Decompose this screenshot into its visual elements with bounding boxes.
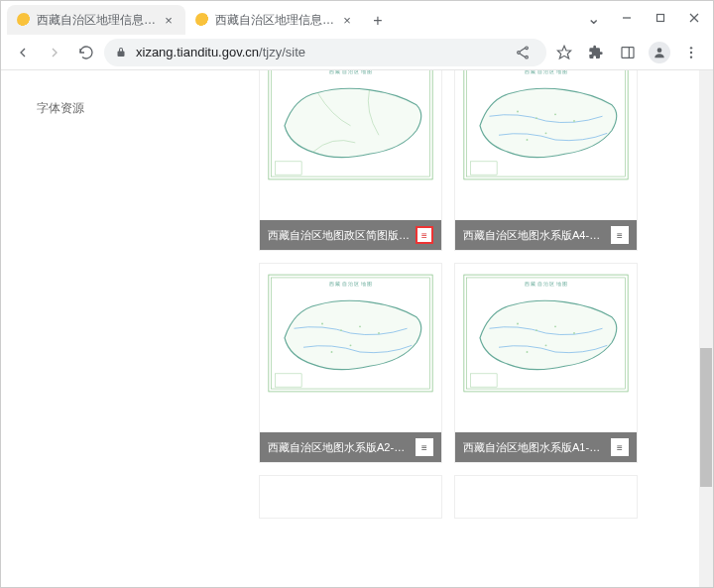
card-label: 西藏自治区地图水系版A4-制图资源 ≡ [455,220,637,250]
close-window-button[interactable] [677,3,711,33]
svg-rect-1 [657,15,664,22]
card-title: 西藏自治区地图政区简图版A1-制图 [268,228,412,243]
svg-rect-46 [471,374,498,387]
extensions-icon[interactable] [582,39,610,66]
browser-tab-0[interactable]: 西藏自治区地理信息公共服务平 × [7,5,185,35]
download-icon[interactable]: ≡ [416,438,433,456]
window-titlebar: 西藏自治区地理信息公共服务平 × 西藏自治区地理信息公共服务平 × + ⌄ [1,1,713,35]
map-card-placeholder[interactable] [454,475,638,519]
map-card[interactable]: 西 藏 自 治 区 地 图 西藏自治区地图水系版A1-制图资源 ≡ [454,263,638,463]
svg-point-44 [545,344,547,346]
avatar [649,42,670,63]
svg-text:西 藏 自 治 区 地 图: 西 藏 自 治 区 地 图 [329,281,372,287]
map-thumbnail: 西 藏 自 治 区 地 图 [260,70,441,190]
svg-point-30 [321,323,323,325]
map-thumbnail: 西 藏 自 治 区 地 图 [260,264,441,403]
map-thumbnail: 西 藏 自 治 区 地 图 [455,264,637,403]
svg-point-31 [340,329,342,331]
svg-point-34 [350,344,352,346]
svg-point-12 [690,51,692,53]
scrollbar-thumb[interactable] [700,348,712,487]
lock-icon [114,46,128,59]
card-title: 西藏自治区地图水系版A1-制图资源 [463,440,607,455]
map-thumbnail [455,476,637,518]
svg-rect-26 [471,162,498,175]
card-title: 西藏自治区地图水系版A2-制图资源 [268,440,412,455]
browser-tabs: 西藏自治区地理信息公共服务平 × 西藏自治区地理信息公共服务平 × + [1,1,576,35]
svg-point-6 [526,56,529,59]
minimize-button[interactable] [610,3,644,33]
map-thumbnail: 西 藏 自 治 区 地 图 [455,70,637,190]
profile-button[interactable] [646,39,673,66]
map-card[interactable]: 西 藏 自 治 区 地 图 西藏自治区地图水系版A2-制图资源 ≡ [259,263,442,463]
card-label: 西藏自治区地图水系版A2-制图资源 ≡ [260,432,441,462]
back-button[interactable] [9,39,37,66]
map-title: 西 藏 自 治 区 地 图 [329,70,372,74]
svg-point-13 [690,56,692,58]
address-bar[interactable]: xizang.tianditu.gov.cn/tjzy/site [104,39,546,66]
sidebar: 字体资源 [1,70,120,588]
address-text: xizang.tianditu.gov.cn/tjzy/site [136,45,501,59]
tab-close-icon[interactable]: × [162,13,176,27]
tab-favicon [195,13,209,27]
card-label: 西藏自治区地图水系版A1-制图资源 ≡ [455,432,637,462]
svg-point-24 [545,132,547,134]
svg-point-35 [331,351,333,353]
svg-point-45 [527,351,529,353]
svg-point-4 [518,51,521,54]
side-panel-icon[interactable] [614,39,642,66]
svg-rect-8 [622,47,634,58]
card-gap [260,403,441,432]
vertical-scrollbar[interactable] [699,70,713,588]
download-icon[interactable]: ≡ [416,226,433,244]
browser-toolbar: xizang.tianditu.gov.cn/tjzy/site [1,35,713,70]
share-icon[interactable] [509,39,536,66]
card-gap [455,403,637,432]
card-label: 西藏自治区地图政区简图版A1-制图 ≡ [260,220,441,250]
bookmark-icon[interactable] [550,39,578,66]
download-icon[interactable]: ≡ [611,438,629,456]
svg-point-20 [517,111,519,113]
tab-title: 西藏自治区地理信息公共服务平 [37,12,156,29]
card-gap [455,190,637,220]
map-thumbnail [260,476,441,518]
svg-point-10 [657,48,662,53]
map-card[interactable]: 西 藏 自 治 区 地 图 西藏自治区地图政区简图版A1-制图 ≡ [259,70,442,251]
map-card-placeholder[interactable] [259,475,442,519]
window-controls: ⌄ [576,3,713,33]
page-content: 字体资源 西 藏 自 治 区 地 图 西藏自治区地图政区简图版A1-制图 ≡ [1,70,713,588]
tab-title: 西藏自治区地理信息公共服务平 [215,12,334,29]
svg-text:西 藏 自 治 区 地 图: 西 藏 自 治 区 地 图 [525,281,567,287]
svg-rect-36 [276,374,302,387]
svg-marker-7 [557,46,570,59]
map-grid: 西 藏 自 治 区 地 图 西藏自治区地图政区简图版A1-制图 ≡ 西 藏 自 … [259,70,655,530]
svg-point-43 [573,332,575,334]
card-gap [260,190,441,220]
reload-button[interactable] [72,39,100,66]
tab-close-icon[interactable]: × [340,13,354,27]
menu-button[interactable] [677,39,705,66]
svg-point-40 [517,323,519,325]
new-tab-button[interactable]: + [364,7,392,35]
svg-point-41 [536,329,537,331]
main-area: 西 藏 自 治 区 地 图 西藏自治区地图政区简图版A1-制图 ≡ 西 藏 自 … [120,70,713,588]
download-icon[interactable]: ≡ [611,226,629,244]
svg-point-23 [573,120,575,122]
forward-button[interactable] [41,39,68,66]
card-title: 西藏自治区地图水系版A4-制图资源 [463,228,607,243]
svg-rect-16 [276,162,302,175]
svg-point-11 [690,47,692,49]
svg-point-25 [527,139,529,141]
tab-favicon [17,13,31,27]
svg-point-42 [554,325,556,327]
svg-point-32 [359,325,361,327]
svg-point-5 [526,47,529,50]
sidebar-item-fonts[interactable]: 字体资源 [1,100,120,117]
tabs-dropdown-icon[interactable]: ⌄ [576,3,610,33]
maximize-button[interactable] [644,3,677,33]
svg-point-33 [378,332,380,334]
map-card[interactable]: 西 藏 自 治 区 地 图 西藏自治区地图水系版A4-制图资源 ≡ [454,70,638,251]
browser-tab-1[interactable]: 西藏自治区地理信息公共服务平 × [185,5,364,35]
scroll-area[interactable]: 西 藏 自 治 区 地 图 西藏自治区地图政区简图版A1-制图 ≡ 西 藏 自 … [120,70,713,588]
svg-point-21 [536,117,537,119]
